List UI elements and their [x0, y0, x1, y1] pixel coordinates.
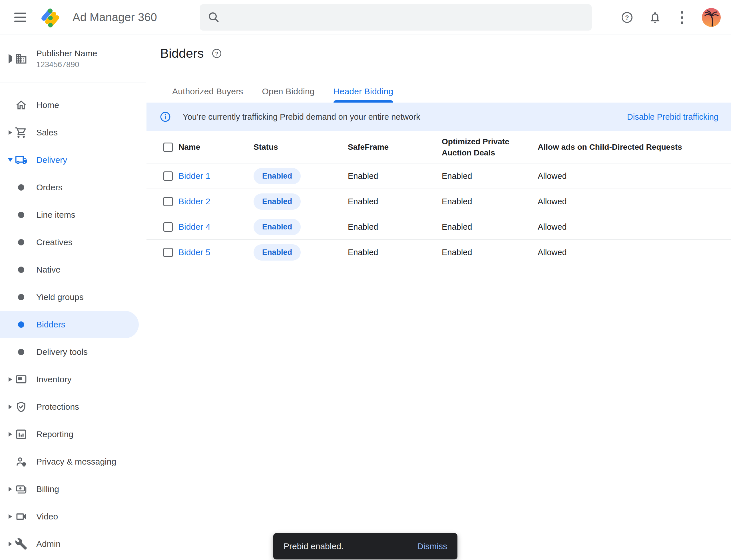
- page-title: Bidders: [160, 46, 204, 61]
- payments-icon: [15, 483, 27, 495]
- sidebar-item-label: Billing: [36, 484, 59, 494]
- page-help-icon[interactable]: ?: [211, 48, 222, 59]
- select-all-checkbox[interactable]: [163, 143, 173, 152]
- expand-right-icon: [8, 514, 12, 519]
- snackbar: Prebid enabled. Dismiss: [273, 533, 457, 559]
- privacy-user-shield-icon: [15, 455, 27, 468]
- sidebar-item-protections[interactable]: Protections: [0, 393, 146, 421]
- page-header: Bidders ?: [160, 46, 731, 61]
- search-bar[interactable]: [200, 4, 592, 31]
- bidder-link[interactable]: Bidder 1: [179, 171, 211, 181]
- sidebar-item-label: Delivery tools: [36, 347, 88, 357]
- table-row: Bidder 5 Enabled Enabled Enabled Allowed: [147, 240, 731, 265]
- column-header-name: Name: [179, 141, 254, 153]
- child-directed-value: Allowed: [538, 222, 731, 232]
- table-row: Bidder 1 Enabled Enabled Enabled Allowed: [147, 163, 731, 189]
- bar-chart-icon: [15, 428, 27, 441]
- truck-icon: [15, 154, 27, 166]
- status-badge: Enabled: [254, 168, 301, 184]
- search-input[interactable]: [227, 6, 585, 29]
- shield-check-icon: [15, 401, 27, 413]
- publisher-name: Publisher Name: [36, 49, 97, 58]
- bullet-icon: [15, 263, 27, 276]
- videocam-icon: [15, 510, 27, 523]
- notifications-bell-icon[interactable]: [648, 11, 662, 24]
- sidebar-item-label: Delivery: [36, 155, 67, 165]
- sidebar-item-home[interactable]: Home: [0, 91, 146, 119]
- more-options-icon[interactable]: [676, 11, 688, 24]
- tab-authorized-buyers[interactable]: Authorized Buyers: [172, 87, 243, 103]
- bidder-link[interactable]: Bidder 2: [179, 197, 211, 206]
- sidebar-item-yield-groups[interactable]: Yield groups: [0, 283, 146, 311]
- column-header-status: Status: [254, 141, 348, 153]
- sidebar-item-label: Home: [36, 100, 59, 110]
- help-icon[interactable]: ?: [620, 11, 634, 24]
- ad-manager-logo-icon: [40, 6, 64, 29]
- child-directed-value: Allowed: [538, 248, 731, 257]
- tab-open-bidding[interactable]: Open Bidding: [262, 87, 315, 103]
- avatar[interactable]: [702, 8, 721, 27]
- publisher-info: Publisher Name 1234567890: [36, 49, 97, 69]
- table-row: Bidder 4 Enabled Enabled Enabled Allowed: [147, 214, 731, 240]
- bidder-link[interactable]: Bidder 4: [179, 222, 211, 231]
- bullet-icon: [15, 318, 27, 331]
- publisher-selector[interactable]: Publisher Name 1234567890: [0, 35, 146, 83]
- bullet-icon: [15, 291, 27, 303]
- bidder-link[interactable]: Bidder 5: [179, 247, 211, 257]
- bullet-icon: [15, 236, 27, 249]
- bullet-icon: [15, 209, 27, 221]
- sidebar-item-line-items[interactable]: Line items: [0, 201, 146, 229]
- svg-text:?: ?: [625, 14, 629, 21]
- app-title: Ad Manager 360: [73, 11, 157, 24]
- sidebar-item-label: Line items: [36, 210, 75, 220]
- main-content: Bidders ? Authorized Buyers Open Bidding…: [147, 35, 731, 560]
- dismiss-button[interactable]: Dismiss: [417, 541, 447, 551]
- sidebar-item-sales[interactable]: Sales: [0, 119, 146, 146]
- expand-right-icon: [8, 377, 12, 382]
- tab-header-bidding[interactable]: Header Bidding: [334, 87, 393, 103]
- sidebar-item-label: Yield groups: [36, 292, 84, 302]
- sidebar-item-bidders[interactable]: Bidders: [0, 311, 146, 338]
- svg-text:?: ?: [215, 51, 218, 57]
- expand-right-icon: [8, 432, 12, 437]
- search-icon: [207, 11, 221, 24]
- info-banner: You’re currently trafficking Prebid dema…: [147, 103, 731, 131]
- status-badge: Enabled: [254, 219, 301, 235]
- status-badge: Enabled: [254, 193, 301, 210]
- child-directed-value: Allowed: [538, 197, 731, 206]
- sidebar-item-creatives[interactable]: Creatives: [0, 229, 146, 256]
- row-checkbox[interactable]: [163, 222, 173, 232]
- sidebar-item-video[interactable]: Video: [0, 503, 146, 530]
- sidebar-item-delivery-tools[interactable]: Delivery tools: [0, 338, 146, 366]
- disable-prebid-trafficking-link[interactable]: Disable Prebid trafficking: [627, 112, 718, 122]
- sidebar-item-orders[interactable]: Orders: [0, 174, 146, 201]
- row-checkbox[interactable]: [163, 197, 173, 206]
- sidebar-item-native[interactable]: Native: [0, 256, 146, 283]
- row-checkbox[interactable]: [163, 171, 173, 181]
- sidebar-item-label: Privacy & messaging: [36, 457, 116, 467]
- expand-right-icon: [8, 542, 12, 546]
- sidebar-item-label: Reporting: [36, 429, 73, 439]
- sidebar-item-label: Sales: [36, 128, 58, 137]
- bullet-icon: [15, 181, 27, 194]
- expand-right-icon: [8, 130, 12, 135]
- column-header-optimized-private-auction-deals: Optimized Private Auction Deals: [442, 136, 538, 158]
- table-header-row: Name Status SafeFrame Optimized Private …: [147, 131, 731, 163]
- sidebar-item-reporting[interactable]: Reporting: [0, 421, 146, 448]
- sidebar-item-inventory[interactable]: Inventory: [0, 366, 146, 393]
- wrench-icon: [15, 538, 27, 550]
- menu-icon[interactable]: [14, 11, 27, 24]
- private-auction-value: Enabled: [442, 222, 538, 232]
- sidebar-item-admin[interactable]: Admin: [0, 530, 146, 558]
- cart-icon: [15, 126, 27, 139]
- private-auction-value: Enabled: [442, 248, 538, 257]
- expand-right-icon: [8, 487, 12, 491]
- sidebar-item-billing[interactable]: Billing: [0, 475, 146, 503]
- building-icon: [15, 53, 27, 65]
- sidebar-item-label: Creatives: [36, 237, 73, 247]
- sidebar-item-privacy-messaging[interactable]: Privacy & messaging: [0, 448, 146, 475]
- sidebar-item-label: Bidders: [36, 320, 65, 329]
- row-checkbox[interactable]: [163, 248, 173, 257]
- expand-right-icon: [8, 405, 12, 409]
- sidebar-item-delivery[interactable]: Delivery: [0, 146, 146, 174]
